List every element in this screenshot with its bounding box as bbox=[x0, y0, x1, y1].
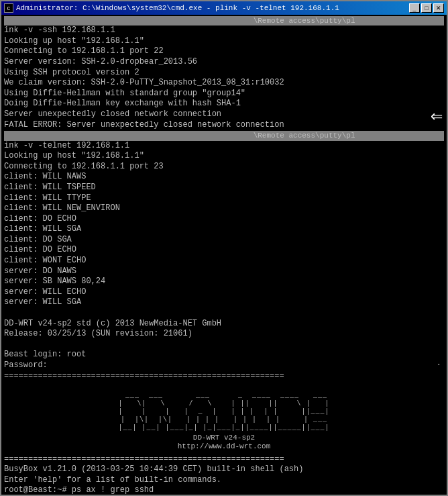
terminal-line: server: WILL SGA bbox=[4, 297, 444, 308]
unexpectedly-text: unexpectedly bbox=[38, 109, 95, 119]
title-bar-buttons: _ □ ✕ bbox=[409, 3, 444, 13]
terminal-line: DD-WRT v24-sp2 std (c) 2013 NewMedia-NET… bbox=[4, 319, 444, 330]
terminal-line: Looking up host "192.168.1.1" bbox=[4, 36, 444, 47]
logo-ascii: ___ ___ ___ _ ____ ____ ___ | \| \ / \ |… bbox=[4, 384, 444, 432]
server-close-line: Server unexpectedly closed network conne… bbox=[4, 109, 221, 120]
terminal-line: server: SB NAWS 80,24 bbox=[4, 277, 444, 287]
terminal-line: root@Beast:~# ps ax ! grep sshd bbox=[4, 485, 444, 495]
logo-subtitle-1: DD-WRT v24-sp2 bbox=[4, 434, 444, 442]
close-button[interactable]: ✕ bbox=[433, 3, 444, 13]
terminal-line: client: DO ECHO bbox=[4, 214, 444, 225]
terminal-line: server: WILL ECHO bbox=[4, 287, 444, 298]
arrow-icon-1: ⇐ bbox=[431, 107, 443, 127]
terminal-line: Connecting to 192.168.1.1 port 23 bbox=[4, 162, 444, 172]
terminal-line: client: WILL NAWS bbox=[4, 172, 444, 183]
terminal-line: client: WILL NEW_ENVIRON bbox=[4, 203, 444, 214]
terminal-line: ink -v -ssh 192.168.1.1 bbox=[4, 26, 444, 36]
minimize-button[interactable]: _ bbox=[409, 3, 420, 13]
terminal-line: Password: · bbox=[4, 360, 444, 371]
terminal-line: client: WILL TSPEED bbox=[4, 183, 444, 193]
terminal-line: client: WILL TTYPE bbox=[4, 193, 444, 204]
terminal-area[interactable]: \Remote access\putty\pl ink -v -ssh 192.… bbox=[1, 15, 447, 495]
terminal-line: client: WILL SGA bbox=[4, 224, 444, 235]
title-bar-left: C Administrator: C:\Windows\system32\cmd… bbox=[4, 3, 339, 13]
terminal-line: Server version: SSH-2.0-dropbear_2013.56 bbox=[4, 57, 444, 68]
terminal-line: ink -v -telnet 192.168.1.1 bbox=[4, 141, 444, 152]
equals-separator-1: ========================================… bbox=[4, 371, 444, 382]
dot-indicator: · bbox=[437, 360, 441, 371]
terminal-line: client: DO SGA bbox=[4, 235, 444, 246]
terminal-line: client: WONT ECHO bbox=[4, 256, 444, 266]
terminal-line: We claim version: SSH-2.0-PuTTY_Snapshot… bbox=[4, 78, 444, 89]
terminal-line: FATAL ERROR: Server unexpectedly closed … bbox=[4, 120, 444, 131]
terminal-line: Connecting to 192.168.1.1 port 22 bbox=[4, 46, 444, 57]
dd-wrt-logo: ___ ___ ___ _ ____ ____ ___ | \| \ / \ |… bbox=[4, 384, 444, 451]
terminal-line: Using Diffie-Hellman with standard group… bbox=[4, 89, 444, 99]
terminal-line: client: DO ECHO bbox=[4, 245, 444, 256]
equals-separator-2: ========================================… bbox=[4, 454, 444, 465]
window-title: Administrator: C:\Windows\system32\cmd.e… bbox=[16, 4, 339, 12]
terminal-line: Release: 03/25/13 (SUN revision: 21061) bbox=[4, 329, 444, 340]
terminal-line: Beast login: root bbox=[4, 350, 444, 360]
terminal-line: Looking up host "192.168.1.1" bbox=[4, 151, 444, 162]
terminal-line: Doing Diffie-Hellman key exchange with h… bbox=[4, 99, 444, 109]
terminal-line bbox=[4, 308, 444, 319]
terminal-line: server: DO NAWS bbox=[4, 266, 444, 277]
window-icon: C bbox=[4, 3, 13, 13]
terminal-line: Using SSH protocol version 2 bbox=[4, 68, 444, 79]
section1-header: \Remote access\putty\pl bbox=[4, 16, 444, 26]
logo-subtitle-2: http://www.dd-wrt.com bbox=[4, 442, 444, 451]
terminal-line bbox=[4, 340, 444, 350]
enter-line: Enter 'help' for a list of built-in comm… bbox=[4, 475, 444, 486]
cmd-window: C Administrator: C:\Windows\system32\cmd… bbox=[0, 0, 448, 496]
arrow-annotation-1: Server unexpectedly closed network conne… bbox=[4, 109, 444, 120]
title-bar: C Administrator: C:\Windows\system32\cmd… bbox=[1, 1, 447, 15]
section2-header: \Remote access\putty\pl bbox=[4, 131, 444, 140]
busybox-line: BusyBox v1.21.0 (2013-03-25 10:44:39 CET… bbox=[4, 464, 444, 475]
maximize-button[interactable]: □ bbox=[421, 3, 432, 13]
